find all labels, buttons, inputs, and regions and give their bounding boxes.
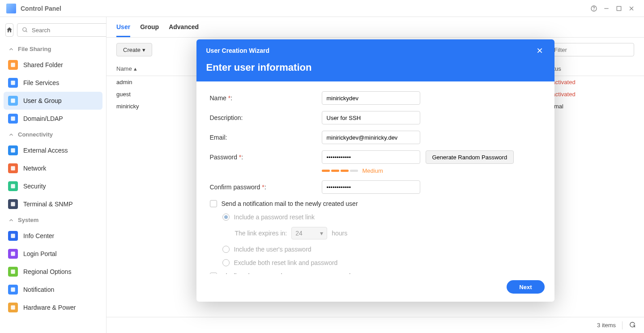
bell-icon (8, 285, 18, 295)
disallow-change-checkbox[interactable] (210, 273, 217, 274)
titlebar: Control Panel (0, 0, 644, 17)
region-icon (8, 267, 18, 277)
people-icon (8, 96, 18, 106)
expires-unit: hours (332, 230, 347, 237)
svg-rect-14 (11, 184, 15, 188)
user-creation-wizard: User Creation Wizard Enter user informat… (196, 39, 554, 302)
sidebar-item-regional-options[interactable]: Regional Options (0, 263, 106, 281)
sidebar-item-label: Security (23, 183, 46, 190)
sidebar-item-info-center[interactable]: Info Center (0, 227, 106, 245)
info-icon (8, 231, 18, 241)
chevron-up-icon (8, 217, 14, 223)
help-icon[interactable] (588, 2, 600, 15)
sidebar-item-label: Login Portal (23, 250, 57, 257)
home-button[interactable] (5, 23, 13, 37)
close-window-icon[interactable] (625, 2, 638, 15)
sidebar-item-notification[interactable]: Notification (0, 281, 106, 299)
description-input[interactable] (322, 111, 420, 124)
sidebar-item-security[interactable]: Security (0, 177, 106, 195)
sidebar-item-terminal-snmp[interactable]: Terminal & SNMP (0, 195, 106, 213)
name-input[interactable] (322, 91, 420, 105)
modal-heading: Enter user information (206, 62, 545, 73)
include-reset-radio (222, 213, 230, 221)
email-input[interactable] (322, 131, 420, 144)
password-strength: Medium (322, 167, 541, 174)
svg-rect-20 (11, 305, 15, 309)
sidebar-item-label: Shared Folder (23, 61, 63, 68)
svg-rect-11 (11, 116, 15, 120)
section-head[interactable]: File Sharing (0, 42, 106, 56)
svg-rect-9 (11, 81, 15, 85)
svg-point-6 (23, 28, 26, 31)
file-box-icon (8, 78, 18, 88)
section-head[interactable]: Connectivity (0, 128, 106, 141)
main-content: UserGroupAdvanced Create ▾ Name ▴ Status… (107, 17, 644, 333)
svg-rect-8 (11, 63, 15, 67)
svg-line-7 (26, 31, 27, 32)
sidebar-item-label: Network (23, 165, 46, 172)
svg-rect-17 (11, 252, 15, 256)
send-notification-checkbox[interactable] (210, 200, 217, 207)
email-label: Email: (210, 134, 322, 141)
globe-home-icon (8, 163, 18, 173)
confirm-label: Confirm password *: (210, 184, 322, 191)
modal-backdrop: User Creation Wizard Enter user informat… (107, 17, 644, 333)
sidebar-item-label: External Access (23, 147, 68, 154)
description-label: Description: (210, 114, 322, 121)
sidebar-item-label: Notification (23, 286, 54, 293)
sidebar-item-login-portal[interactable]: Login Portal (0, 245, 106, 263)
svg-rect-15 (11, 202, 15, 206)
password-input[interactable] (322, 150, 420, 164)
sidebar-item-user-group[interactable]: User & Group (4, 92, 102, 110)
modal-title: User Creation Wizard (206, 47, 535, 54)
shield-icon (8, 181, 18, 191)
window-title: Control Panel (21, 5, 588, 12)
link-icon (8, 145, 18, 155)
section-head[interactable]: System (0, 213, 106, 227)
sidebar-item-domain-ldap[interactable]: Domain/LDAP (0, 110, 106, 128)
svg-rect-18 (11, 269, 15, 273)
disallow-change-label: Disallow the user to change account pass… (222, 273, 351, 274)
maximize-icon[interactable] (613, 2, 625, 15)
include-password-radio (222, 246, 230, 253)
link-expires-label: The link expires in: (235, 230, 287, 237)
svg-rect-19 (11, 287, 15, 291)
folder-icon (8, 60, 18, 70)
sidebar-item-shared-folder[interactable]: Shared Folder (0, 56, 106, 74)
terminal-icon (8, 199, 18, 209)
send-notification-label: Send a notification mail to the newly cr… (222, 200, 358, 207)
svg-point-1 (594, 10, 594, 10)
close-icon[interactable] (535, 46, 545, 56)
exclude-both-radio (222, 259, 230, 266)
svg-rect-12 (11, 148, 15, 152)
include-password-label: Include the user's password (234, 246, 311, 253)
power-icon (8, 303, 18, 312)
generate-password-button[interactable]: Generate Random Password (426, 150, 514, 164)
sidebar-item-label: Hardware & Power (23, 304, 76, 311)
sidebar-item-label: Terminal & SNMP (23, 201, 73, 208)
minimize-icon[interactable] (600, 2, 613, 15)
sidebar-item-file-services[interactable]: File Services (0, 74, 106, 92)
search-input[interactable] (32, 27, 107, 34)
svg-rect-16 (11, 234, 15, 238)
expires-select: 24▾ (291, 227, 327, 239)
sidebar-item-network[interactable]: Network (0, 159, 106, 177)
sidebar-item-label: Regional Options (23, 268, 71, 275)
cube-icon (8, 114, 18, 124)
password-label: Password *: (210, 154, 322, 161)
chevron-up-icon (8, 46, 14, 52)
exclude-both-label: Exclude both reset link and password (234, 259, 338, 266)
svg-rect-10 (11, 98, 15, 102)
name-label: Name *: (210, 94, 322, 102)
sidebar-item-external-access[interactable]: External Access (0, 141, 106, 159)
sidebar-item-hardware-power[interactable]: Hardware & Power (0, 299, 106, 316)
confirm-input[interactable] (322, 180, 420, 194)
svg-rect-13 (11, 166, 15, 170)
sidebar-item-label: File Services (23, 79, 59, 86)
sidebar-item-label: User & Group (23, 97, 62, 104)
include-reset-label: Include a password reset link (234, 213, 315, 221)
sidebar-item-label: Domain/LDAP (23, 115, 63, 122)
sidebar-search[interactable] (17, 23, 107, 37)
chevron-up-icon (8, 132, 14, 138)
next-button[interactable]: Next (507, 280, 544, 294)
